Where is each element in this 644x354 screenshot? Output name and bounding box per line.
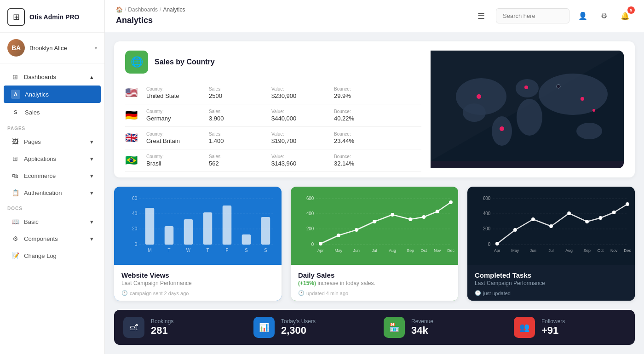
breadcrumb-dashboards[interactable]: Dashboards [128, 6, 158, 13]
svg-text:S: S [245, 248, 248, 253]
country-label: Country: [146, 86, 201, 91]
sidebar-item-authentication[interactable]: 📋 Authentication ▾ [4, 184, 101, 201]
sales-value: 562 [209, 160, 264, 167]
country-name-col: Country: Brasil [146, 154, 201, 167]
globe-icon: 🌐 [125, 51, 148, 74]
value-label: Value: [271, 86, 327, 91]
settings-button[interactable]: ⚙ [596, 8, 612, 24]
value-col: Value: $440,000 [271, 109, 327, 122]
daily-sales-chart-info: Daily Sales (+15%) increase in today sal… [291, 265, 458, 301]
notification-count: 9 [627, 6, 635, 14]
user-profile-button[interactable]: 👤 [575, 8, 591, 24]
sidebar-item-dashboards[interactable]: ⊞ Dashboards ▴ [4, 69, 101, 85]
chevron-down-icon: ▾ [90, 235, 93, 242]
sales-col: Sales: 3.900 [209, 109, 264, 122]
bounce-col: Bounce: 23.44% [334, 131, 389, 144]
sidebar-analytics-label: Analytics [25, 91, 93, 98]
svg-point-79 [626, 202, 629, 206]
sidebar-item-applications[interactable]: ⊞ Applications ▾ [4, 150, 101, 167]
country-name-col: Country: Germany [146, 109, 201, 122]
sales-col: Sales: 562 [209, 154, 264, 167]
svg-text:T: T [168, 248, 171, 253]
svg-point-10 [524, 86, 528, 89]
home-icon: 🏠 [116, 6, 123, 13]
sidebar-dashboards-label: Dashboards [24, 74, 86, 80]
analytics-letter: A [11, 90, 20, 99]
stat-value: +91 [541, 325, 565, 337]
stat-label: Followers [541, 318, 565, 325]
country-flag: 🇬🇧 [125, 132, 139, 144]
bounce-col: Bounce: 29.9% [334, 86, 389, 99]
website-chart-time: 🕐 campaign sent 2 days ago [121, 290, 274, 296]
card-header: 🌐 Sales by Country [125, 51, 421, 74]
sidebar-item-changelog[interactable]: 📝 Change Log [4, 247, 101, 264]
sidebar-user[interactable]: BA Brooklyn Alice ▾ [0, 33, 104, 63]
svg-point-46 [337, 234, 340, 237]
daily-sales-chart-subtitle: (+15%) increase in today sales. [298, 280, 451, 286]
svg-point-51 [422, 215, 426, 219]
hamburger-button[interactable]: ☰ [474, 9, 489, 23]
sidebar-item-sales[interactable]: S Sales [4, 103, 101, 121]
svg-text:Apr: Apr [317, 248, 324, 253]
bounce-label: Bounce: [334, 86, 389, 91]
changelog-icon: 📝 [11, 251, 19, 260]
country-flag: 🇩🇪 [125, 109, 139, 121]
pages-section-label: PAGES [0, 121, 104, 133]
chevron-down-icon: ▾ [90, 218, 93, 225]
sidebar-item-analytics[interactable]: A Analytics [4, 86, 101, 103]
sales-letter: S [11, 108, 20, 117]
chevron-down-icon: ▾ [90, 172, 93, 179]
svg-text:0: 0 [135, 242, 138, 247]
value-col: Value: $143,960 [271, 154, 327, 167]
country-flag: 🇺🇸 [125, 87, 139, 99]
svg-point-77 [599, 216, 603, 220]
sales-card-title: Sales by Country [155, 58, 215, 66]
stat-label: Revenue [411, 318, 433, 325]
sidebar-item-basic[interactable]: 📖 Basic ▾ [4, 213, 101, 230]
sidebar-nav: ⊞ Dashboards ▴ A Analytics S Sales PAGES… [0, 63, 104, 354]
value-amount: $230,900 [271, 92, 327, 99]
chevron-down-icon: ▾ [90, 155, 93, 162]
content-area: 🌐 Sales by Country 🇺🇸 Country: United St… [105, 32, 644, 354]
user-icon: 👤 [578, 11, 587, 20]
svg-text:Dec: Dec [624, 248, 631, 253]
svg-text:40: 40 [132, 211, 137, 216]
dashboards-icon: ⊞ [11, 73, 19, 81]
svg-text:400: 400 [483, 211, 491, 216]
svg-point-8 [576, 123, 602, 139]
country-flag: 🇧🇷 [125, 154, 139, 166]
svg-point-49 [391, 213, 394, 217]
sidebar-item-components[interactable]: ⚙ Components ▾ [4, 230, 101, 247]
sidebar-components-label: Components [24, 235, 86, 242]
svg-text:Jul: Jul [548, 248, 553, 253]
logo-text: Otis Admin PRO [29, 13, 79, 21]
stat-item: 🏪 Revenue 34k [374, 310, 505, 345]
svg-rect-27 [223, 206, 232, 245]
sidebar-item-pages[interactable]: 🖼 Pages ▾ [4, 133, 101, 150]
svg-point-47 [355, 228, 358, 232]
svg-text:Sep: Sep [583, 248, 591, 253]
sales-label: Sales: [209, 154, 264, 159]
country-value: Germany [146, 115, 201, 122]
country-label: Country: [146, 154, 201, 159]
country-table: 🇺🇸 Country: United State Sales: 2500 Val… [125, 82, 421, 172]
notification-badge[interactable]: 🔔 9 [617, 8, 633, 24]
svg-text:Oct: Oct [598, 248, 604, 253]
country-row: 🇩🇪 Country: Germany Sales: 3.900 Value: … [125, 104, 421, 127]
sidebar: ⊞ Otis Admin PRO BA Brooklyn Alice ▾ ⊞ D… [0, 0, 105, 354]
svg-text:Jun: Jun [353, 248, 360, 253]
country-row: 🇧🇷 Country: Brasil Sales: 562 Value: $14… [125, 149, 421, 172]
svg-text:T: T [206, 248, 209, 253]
completed-tasks-title: Completed Tasks [475, 271, 627, 279]
stat-icon: 🛋 [123, 317, 144, 338]
svg-point-53 [449, 200, 453, 204]
bounce-value: 29.9% [334, 92, 389, 99]
daily-sales-chart-title: Daily Sales [298, 271, 451, 279]
sidebar-item-ecommerce[interactable]: 🛍 Ecommerce ▾ [4, 167, 101, 184]
country-name-col: Country: Great Britain [146, 131, 201, 144]
sidebar-applications-label: Applications [24, 155, 86, 162]
svg-rect-26 [203, 212, 213, 245]
components-icon: ⚙ [11, 234, 19, 243]
search-input[interactable] [496, 8, 569, 23]
stat-info: Bookings 281 [151, 318, 173, 337]
